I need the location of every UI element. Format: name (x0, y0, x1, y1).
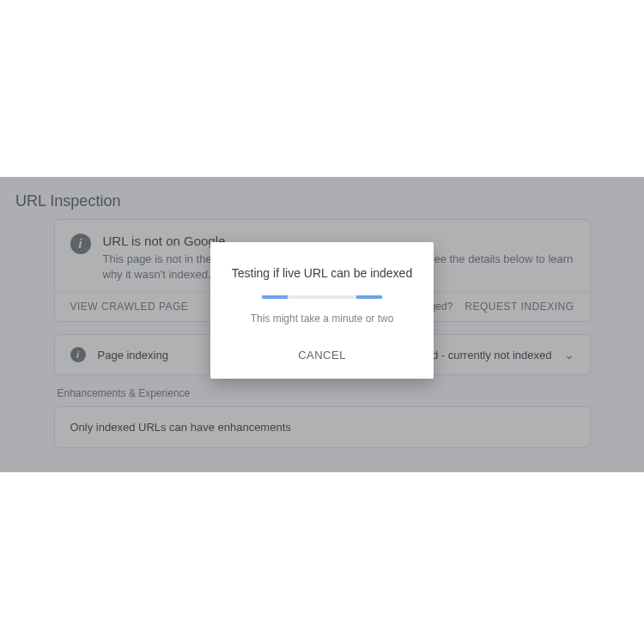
dialog-subtitle: This might take a minute or two (228, 313, 416, 325)
dialog-title: Testing if live URL can be indexed (228, 266, 416, 280)
live-test-dialog: Testing if live URL can be indexed This … (210, 242, 434, 379)
progress-bar (262, 295, 382, 299)
cancel-button[interactable]: CANCEL (288, 343, 356, 367)
